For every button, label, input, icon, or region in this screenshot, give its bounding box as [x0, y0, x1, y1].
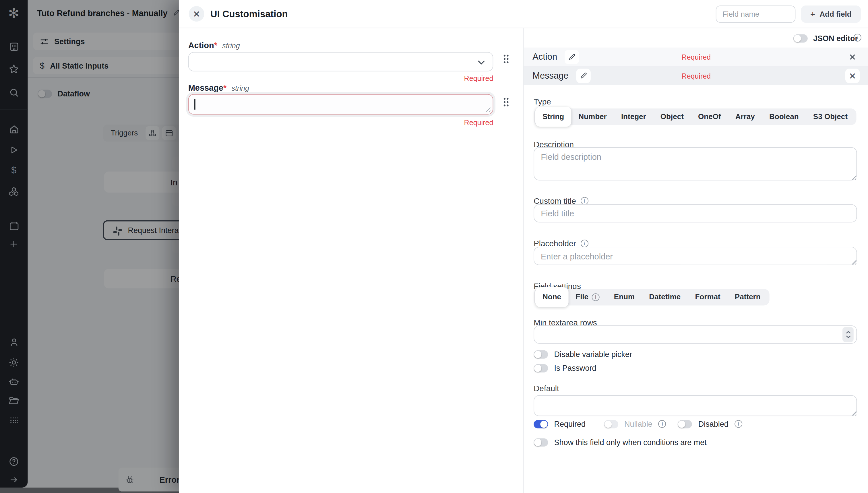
- action-required-note: Required: [188, 74, 493, 82]
- min-textarea-rows-input[interactable]: [534, 325, 857, 344]
- field-inspector-pane: JSON editor Action Required ✕ Message Re…: [523, 28, 868, 493]
- disabled-toggle[interactable]: [678, 420, 692, 428]
- flags-row: Required Nullable Disabled: [534, 420, 742, 428]
- info-icon: [735, 420, 742, 428]
- is-password-toggle[interactable]: [534, 364, 548, 372]
- field-name-input[interactable]: [716, 5, 796, 23]
- is-password-label: Is Password: [554, 364, 596, 372]
- field-row-action-name: Action: [532, 52, 557, 62]
- edit-pencil-icon[interactable]: [576, 69, 590, 83]
- description-textarea[interactable]: [534, 147, 857, 180]
- conditions-label: Show this field only when conditions are…: [554, 437, 706, 447]
- required-toggle[interactable]: [534, 420, 548, 428]
- remove-field-icon[interactable]: ✕: [845, 50, 860, 64]
- type-option-string[interactable]: String: [535, 107, 571, 127]
- json-editor-toggle[interactable]: [793, 35, 808, 43]
- plus-icon: +: [810, 9, 815, 19]
- json-editor-label: JSON editor: [813, 34, 858, 43]
- info-icon: [580, 240, 588, 248]
- chevron-down-icon: [478, 60, 485, 65]
- ui-customisation-modal: ✕ UI Customisation + Add field Action* s…: [179, 0, 868, 493]
- message-field-label: Message*: [188, 83, 227, 92]
- default-label: Default: [534, 384, 559, 393]
- form-preview-pane: Action* string Required Message* string: [179, 28, 523, 493]
- disable-variable-picker-label: Disable variable picker: [554, 350, 632, 359]
- text-caret: [194, 99, 195, 110]
- action-field-type: string: [222, 42, 240, 50]
- message-required-note: Required: [188, 119, 493, 127]
- action-select[interactable]: [188, 52, 493, 71]
- fs-option-enum[interactable]: Enum: [607, 289, 642, 306]
- info-icon: [592, 293, 600, 301]
- required-toggle-label: Required: [554, 420, 586, 428]
- message-field-header: Message* string: [188, 83, 249, 92]
- type-option-object[interactable]: Object: [653, 108, 691, 125]
- field-settings-segmented-control: None File Enum Datetime Format Pattern: [534, 289, 769, 306]
- type-label: Type: [534, 97, 551, 106]
- remove-field-icon[interactable]: ✕: [845, 69, 860, 83]
- fs-option-pattern[interactable]: Pattern: [728, 289, 768, 306]
- message-field-type: string: [232, 84, 249, 92]
- info-icon: [658, 420, 666, 428]
- fs-option-datetime[interactable]: Datetime: [642, 289, 688, 306]
- is-password-row: Is Password: [534, 364, 596, 372]
- message-textarea[interactable]: [188, 94, 493, 114]
- disable-variable-picker-row: Disable variable picker: [534, 350, 632, 359]
- modal-header: ✕ UI Customisation + Add field: [179, 0, 868, 28]
- resize-handle-icon[interactable]: [485, 106, 490, 112]
- type-option-s3object[interactable]: S3 Object: [806, 108, 855, 125]
- type-option-boolean[interactable]: Boolean: [762, 108, 806, 125]
- disable-variable-picker-toggle[interactable]: [534, 350, 548, 359]
- field-row-action[interactable]: Action Required ✕: [524, 48, 868, 67]
- type-option-integer[interactable]: Integer: [614, 108, 653, 125]
- nullable-toggle[interactable]: [604, 420, 618, 428]
- close-icon[interactable]: ✕: [189, 6, 204, 22]
- conditions-toggle[interactable]: [534, 438, 548, 446]
- drag-handle-icon[interactable]: [503, 97, 509, 107]
- placeholder-textarea[interactable]: [534, 247, 857, 265]
- info-icon: [854, 34, 862, 42]
- add-field-button[interactable]: + Add field: [801, 5, 861, 23]
- add-field-label: Add field: [820, 10, 851, 18]
- number-stepper[interactable]: [843, 327, 854, 342]
- action-field-label: Action*: [188, 40, 217, 50]
- conditions-row: Show this field only when conditions are…: [534, 437, 707, 447]
- modal-title: UI Customisation: [210, 0, 288, 28]
- json-editor-row: JSON editor: [524, 28, 868, 47]
- drag-handle-icon[interactable]: [503, 53, 509, 64]
- fs-option-file[interactable]: File: [568, 289, 607, 306]
- default-textarea[interactable]: [534, 395, 857, 416]
- info-icon: [580, 197, 588, 205]
- fs-option-none[interactable]: None: [535, 287, 568, 307]
- type-segmented-control: String Number Integer Object OneOf Array…: [534, 108, 856, 125]
- action-field-header: Action* string: [188, 40, 240, 50]
- type-option-oneof[interactable]: OneOf: [691, 108, 728, 125]
- fs-option-format[interactable]: Format: [688, 289, 727, 306]
- field-row-message[interactable]: Message Required ✕: [524, 66, 868, 85]
- custom-title-input[interactable]: [534, 204, 857, 223]
- nullable-toggle-label: Nullable: [624, 420, 652, 428]
- type-option-number[interactable]: Number: [571, 108, 614, 125]
- type-option-array[interactable]: Array: [728, 108, 762, 125]
- field-row-message-name: Message: [532, 71, 568, 81]
- edit-pencil-icon[interactable]: [565, 50, 579, 64]
- disabled-toggle-label: Disabled: [698, 420, 728, 428]
- field-row-message-status: Required: [524, 72, 868, 80]
